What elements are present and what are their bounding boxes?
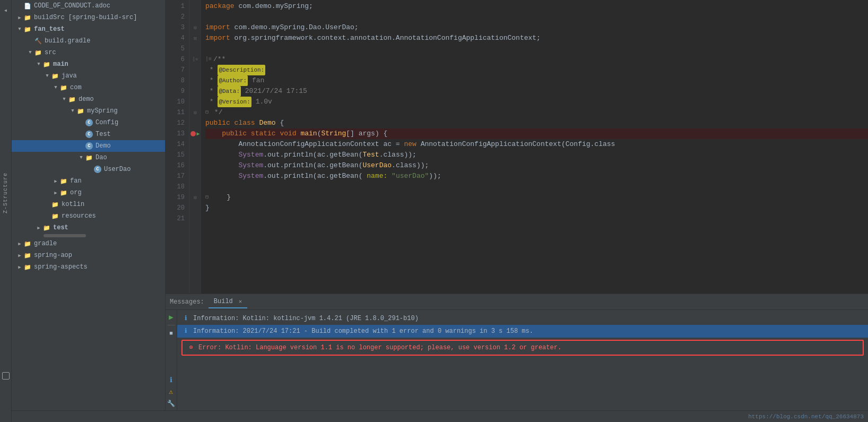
folder-icon: 📁 — [23, 263, 32, 271]
folder-icon: 📁 — [59, 188, 68, 197]
tree-label: fan_test — [34, 25, 65, 33]
folder-icon: 📁 — [51, 72, 59, 80]
bottom-messages: ℹ Information: Kotlin: kotlinc-jvm 1.4.2… — [177, 310, 868, 410]
tree-item-org-pkg[interactable]: ▶ 📁 org — [12, 187, 165, 199]
bottom-panel: Messages: Build ✕ ▶ ■ ℹ — [166, 294, 868, 410]
class-icon: C — [85, 130, 93, 139]
tree-item-resources[interactable]: 📁 resources — [12, 210, 165, 222]
bottom-action-bar: ▶ ■ ℹ ⚠ 🔧 — [166, 310, 177, 410]
toolbar-icon-1[interactable] — [2, 372, 10, 380]
tree-item-demo-class[interactable]: C Demo — [12, 140, 165, 152]
tree-item-spring-aspects[interactable]: ▶ 📁 spring-aspects — [12, 261, 165, 273]
status-bar: https://blog.csdn.net/qq_26634873 — [12, 410, 868, 422]
z-structure-label[interactable]: Z-Structure — [3, 173, 8, 213]
tab-close-button[interactable]: ✕ — [239, 299, 242, 305]
gradle-icon: 🔨 — [34, 37, 42, 45]
tree-item-code-of-conduct[interactable]: 📄 CODE_OF_CONDUCT.adoc — [12, 0, 165, 12]
code-content[interactable]: package com.demo.mySpring; import com.de… — [201, 0, 868, 294]
message-text-1: Information: Kotlin: kotlinc-jvm 1.4.21 … — [193, 314, 419, 323]
code-line-20: } — [205, 203, 868, 213]
tree-item-buildsrc[interactable]: ▶ 📁 buildSrc [spring-build-src] — [12, 12, 165, 23]
tree-item-kotlin[interactable]: 📁 kotlin — [12, 199, 165, 210]
arrow — [44, 201, 51, 208]
message-text-2: Information: 2021/7/24 17:21 - Build com… — [193, 326, 533, 336]
arrow: ▶ — [16, 240, 23, 247]
arrow — [86, 166, 93, 173]
arrow: ▼ — [35, 61, 42, 68]
code-line-18 — [205, 182, 868, 192]
warning-button[interactable]: ⚠ — [167, 387, 176, 397]
folder-icon: 📁 — [23, 25, 32, 33]
tree-label: test — [53, 224, 68, 231]
tree-label: build.gradle — [45, 37, 90, 45]
tree-label: demo — [79, 96, 94, 103]
arrow: ▼ — [52, 84, 59, 91]
tree-item-test-folder[interactable]: ▶ 📁 test — [12, 222, 165, 234]
tree-item-config[interactable]: C Config — [12, 117, 165, 128]
folder-icon: 📁 — [51, 212, 59, 220]
message-item-2[interactable]: ℹ Information: 2021/7/24 17:21 - Build c… — [177, 325, 868, 338]
tree-item-gradle[interactable]: ▶ 📁 gradle — [12, 238, 165, 249]
tab-build[interactable]: Build ✕ — [209, 296, 247, 308]
tree-item-fan-pkg[interactable]: ▶ 📁 fan — [12, 175, 165, 187]
run-button[interactable]: ▶ — [167, 312, 176, 322]
message-item-1[interactable]: ℹ Information: Kotlin: kotlinc-jvm 1.4.2… — [177, 312, 868, 325]
folder-icon: 📁 — [85, 153, 93, 162]
arrow: ▶ — [52, 189, 59, 196]
watermark-text: https://blog.csdn.net/qq_26634873 — [748, 414, 864, 420]
tree-item-main[interactable]: ▼ 📁 main — [12, 58, 165, 70]
arrow — [77, 142, 85, 150]
tree-item-myspring[interactable]: ▼ 📁 mySpring — [12, 105, 165, 117]
code-line-16: System.out.println(ac.getBean(UserDao.cl… — [205, 160, 868, 171]
code-line-13: public static void main(String[] args) { — [205, 128, 868, 139]
arrow: ▶ — [16, 263, 23, 271]
collapse-icon[interactable]: ◀ — [2, 6, 10, 14]
tree-label: CODE_OF_CONDUCT.adoc — [34, 2, 110, 10]
code-line-11: ⊟ */ — [205, 107, 868, 118]
tree-label: UserDao — [104, 166, 131, 173]
settings-button[interactable]: 🔧 — [167, 399, 176, 408]
bottom-tabs: Messages: Build ✕ — [166, 294, 868, 310]
tree-label: gradle — [34, 240, 57, 247]
class-icon: C — [85, 142, 93, 150]
tree-item-spring-aop[interactable]: ▶ 📁 spring-aop — [12, 249, 165, 261]
tree-item-userdao[interactable]: C UserDao — [12, 163, 165, 175]
tree-label: Dao — [96, 154, 107, 161]
tree-item-java[interactable]: ▼ 📁 java — [12, 70, 165, 82]
messages-label: Messages: — [170, 298, 204, 306]
info-button[interactable]: ℹ — [167, 375, 176, 385]
tree-item-demo[interactable]: ▼ 📁 demo — [12, 93, 165, 105]
folder-icon: 📁 — [23, 13, 32, 22]
tree-item-build-gradle[interactable]: 🔨 build.gradle — [12, 35, 165, 47]
code-line-3: import com.demo.mySpring.Dao.UserDao; — [205, 22, 868, 33]
tree-label: org — [70, 189, 82, 196]
tab-build-label: Build — [214, 298, 233, 305]
line-numbers: 1 2 3 4 5 6 7 8 9 10 11 12 13 14 — [166, 0, 189, 294]
error-box: ⊗ Error: Kotlin: Language version 1.1 is… — [181, 340, 864, 356]
tree-label: fan — [70, 177, 82, 185]
arrow — [27, 37, 34, 45]
code-line-7: * @Description: — [205, 65, 868, 75]
stop-button[interactable]: ■ — [167, 329, 176, 338]
tree-item-test-class[interactable]: C Test — [12, 128, 165, 140]
folder-icon: 📁 — [34, 48, 42, 57]
tree-item-fan-test[interactable]: ▼ 📁 fan_test — [12, 23, 165, 35]
arrow: ▼ — [69, 107, 76, 115]
arrow: ▼ — [60, 96, 68, 103]
tree-label: Demo — [96, 142, 111, 150]
tree-item-com[interactable]: ▼ 📁 com — [12, 82, 165, 93]
code-line-6: |≡/** — [205, 54, 868, 65]
code-line-5 — [205, 44, 868, 54]
class-icon: C — [93, 165, 102, 174]
folder-icon: 📁 — [68, 95, 76, 104]
folder-icon: 📁 — [42, 223, 51, 232]
scrollbar-horizontal[interactable] — [12, 234, 165, 238]
folder-icon: 📁 — [76, 107, 85, 115]
tree-item-dao[interactable]: ▼ 📁 Dao — [12, 152, 165, 163]
class-icon: C — [85, 118, 93, 127]
arrow: ▼ — [16, 25, 23, 33]
message-text-3: Error: Kotlin: Language version 1.1 is n… — [198, 343, 561, 352]
tree-item-src[interactable]: ▼ 📁 src — [12, 47, 165, 58]
code-line-19: ⊟ } — [205, 192, 868, 203]
message-item-3[interactable]: ⊗ Error: Kotlin: Language version 1.1 is… — [187, 343, 858, 352]
